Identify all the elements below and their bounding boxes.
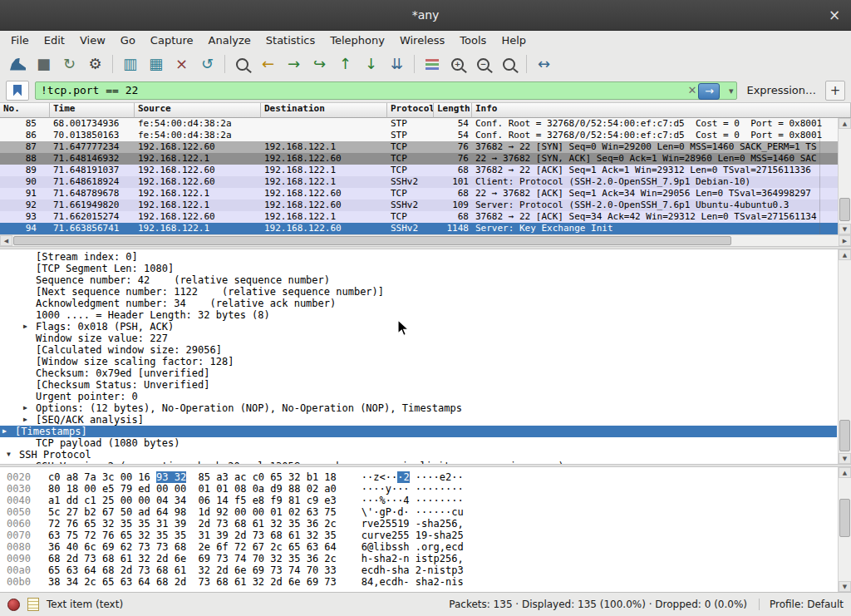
detail-line[interactable]: [Next sequence number: 1122 (relative se… <box>0 286 851 298</box>
reload-file-button[interactable]: ↺ <box>194 52 220 76</box>
menu-file[interactable]: File <box>3 32 37 48</box>
menu-tools[interactable]: Tools <box>452 32 494 48</box>
packet-row[interactable]: 8568.001734936fe:54:00:d4:38:2aSTP54Conf… <box>0 118 851 130</box>
detail-line[interactable]: Sequence number: 42 (relative sequence n… <box>0 274 851 286</box>
hex-row[interactable]: 00b038 34 2c 65 63 64 68 2d 73 68 61 32 … <box>0 576 851 588</box>
go-to-packet-button[interactable]: ↪ <box>307 52 332 76</box>
column-header-no[interactable]: No. <box>0 103 50 118</box>
display-filter-input[interactable] <box>39 82 676 99</box>
detail-line[interactable]: Checksum: 0x79ed [unverified] <box>0 367 851 379</box>
hex-scrollbar[interactable]: ▲ ▼ <box>838 467 851 592</box>
auto-scroll-button[interactable]: ⇊ <box>384 52 410 76</box>
clear-filter-icon[interactable]: ✕ <box>688 84 697 96</box>
hex-row[interactable]: 008036 40 6c 69 62 73 73 68 2e 6f 72 67 … <box>0 541 851 553</box>
detail-line[interactable]: Window size value: 227 <box>0 333 851 344</box>
column-header-length[interactable]: Length <box>434 103 472 118</box>
menu-capture[interactable]: Capture <box>143 32 201 48</box>
scroll-left-icon[interactable]: ◀ <box>0 235 12 246</box>
menu-help[interactable]: Help <box>494 32 534 48</box>
resize-columns-button[interactable]: ↔ <box>531 52 557 76</box>
packet-row[interactable]: 9271.661949820192.168.122.1192.168.122.6… <box>0 200 851 211</box>
hex-row[interactable]: 00505c 27 b2 67 50 ad 64 98 1d 92 00 00 … <box>0 506 851 518</box>
find-packet-button[interactable] <box>229 52 255 76</box>
close-file-button[interactable]: × <box>169 52 194 76</box>
hex-row[interactable]: 006072 76 65 32 35 35 31 39 2d 73 68 61 … <box>0 518 851 530</box>
scroll-right-icon[interactable]: ▶ <box>839 235 851 246</box>
menu-telephony[interactable]: Telephony <box>322 32 392 48</box>
open-file-button[interactable]: ▥ <box>117 52 143 76</box>
packet-row[interactable]: 9371.662015274192.168.122.60192.168.122.… <box>0 211 851 223</box>
detail-line[interactable]: [Window size scaling factor: 128] <box>0 356 851 367</box>
go-forward-button[interactable]: → <box>281 52 307 76</box>
detail-line[interactable]: ▶Options: (12 bytes), No-Operation (NOP)… <box>0 402 851 414</box>
hex-row[interactable]: 003080 18 00 e5 79 ed 00 00 01 01 08 0a … <box>0 483 851 495</box>
detail-line[interactable]: Acknowledgment number: 34 (relative ack … <box>0 298 851 309</box>
detail-line[interactable]: ▶[Timestamps] <box>0 426 837 437</box>
detail-line[interactable]: ▼SSH Protocol <box>0 449 851 461</box>
packet-row[interactable]: 8670.013850163fe:54:00:d4:38:2aSTP54Conf… <box>0 130 851 141</box>
colorize-packets-button[interactable] <box>419 52 445 76</box>
column-header-source[interactable]: Source <box>135 103 261 118</box>
menu-view[interactable]: View <box>72 32 113 48</box>
details-scrollbar[interactable]: ▲ ▼ <box>838 249 851 464</box>
hex-row[interactable]: 0020c0 a8 7a 3c 00 16 93 32 85 a3 ac c0 … <box>0 471 851 483</box>
capture-stop-button[interactable]: ■ <box>31 52 57 76</box>
detail-line[interactable]: TCP payload (1080 bytes) <box>0 437 851 449</box>
go-back-button[interactable]: ← <box>255 52 281 76</box>
expander-icon[interactable]: ▶ <box>23 321 36 333</box>
expander-icon[interactable]: ▶ <box>23 402 36 414</box>
packet-row[interactable]: 9171.648789678192.168.122.1192.168.122.6… <box>0 188 851 200</box>
scroll-up-icon[interactable]: ▲ <box>839 118 851 129</box>
column-header-time[interactable]: Time <box>50 103 135 118</box>
filter-bookmark-button[interactable] <box>6 81 29 101</box>
packet-row[interactable]: 9471.663856741192.168.122.1192.168.122.6… <box>0 223 851 234</box>
scroll-up-icon[interactable]: ▲ <box>839 249 851 260</box>
hex-row[interactable]: 0040a1 dd c1 25 00 00 04 34 06 14 f5 e8 … <box>0 495 851 506</box>
hex-row[interactable]: 007063 75 72 76 65 32 35 35 31 39 2d 73 … <box>0 530 851 541</box>
detail-line[interactable]: ▶Flags: 0x018 (PSH, ACK) <box>0 321 851 333</box>
filter-dropdown-icon[interactable]: ▾ <box>729 86 734 96</box>
packet-row[interactable]: 8971.648191037192.168.122.60192.168.122.… <box>0 165 851 176</box>
scroll-down-icon[interactable]: ▼ <box>839 581 851 592</box>
capture-start-button[interactable] <box>5 52 31 76</box>
scroll-down-icon[interactable]: ▼ <box>839 224 851 234</box>
close-window-icon[interactable]: × <box>826 7 843 23</box>
profile-button[interactable]: Profile: Default <box>759 599 844 610</box>
packet-row[interactable]: 8871.648146932192.168.122.1192.168.122.6… <box>0 153 851 165</box>
zoom-in-button[interactable]: + <box>445 52 470 76</box>
column-header-protocol[interactable]: Protocol <box>387 103 434 118</box>
scroll-thumb[interactable] <box>839 198 850 221</box>
expander-icon[interactable]: ▶ <box>2 426 15 437</box>
menu-statistics[interactable]: Statistics <box>258 32 322 48</box>
capture-restart-button[interactable]: ↻ <box>57 52 82 76</box>
packet-list-hscrollbar[interactable]: ◀ ▶ <box>0 234 851 246</box>
scroll-thumb[interactable] <box>839 499 850 537</box>
scroll-up-icon[interactable]: ▲ <box>839 467 851 478</box>
detail-line[interactable]: Urgent pointer: 0 <box>0 391 851 402</box>
detail-line[interactable]: [Checksum Status: Unverified] <box>0 379 851 391</box>
expert-info-icon[interactable] <box>7 599 20 611</box>
detail-line[interactable]: 1000 .... = Header Length: 32 bytes (8) <box>0 309 851 321</box>
add-filter-button[interactable]: + <box>825 81 845 101</box>
menu-analyze[interactable]: Analyze <box>201 32 258 48</box>
expression-button[interactable]: Expression… <box>743 84 819 96</box>
expander-icon[interactable]: ▼ <box>7 449 19 461</box>
packet-row[interactable]: 8771.647777234192.168.122.60192.168.122.… <box>0 141 851 153</box>
packet-row[interactable]: 9071.648618924192.168.122.60192.168.122.… <box>0 176 851 188</box>
detail-line[interactable]: ▶[SEQ/ACK analysis] <box>0 414 851 426</box>
column-header-destination[interactable]: Destination <box>261 103 387 118</box>
expander-icon[interactable]: ▶ <box>23 414 36 426</box>
capture-options-button[interactable]: ⚙ <box>82 52 108 76</box>
hex-row[interactable]: 009068 2d 73 68 61 32 2d 6e 69 73 74 70 … <box>0 553 851 564</box>
title-bar[interactable]: *any × <box>0 0 851 31</box>
go-first-packet-button[interactable]: ↑ <box>332 52 358 76</box>
save-file-button[interactable]: ▦ <box>143 52 169 76</box>
detail-line[interactable]: [Stream index: 0] <box>0 251 851 263</box>
menu-go[interactable]: Go <box>113 32 143 48</box>
column-header-info[interactable]: Info <box>472 103 851 118</box>
menu-edit[interactable]: Edit <box>37 32 72 48</box>
capture-comment-icon[interactable] <box>27 598 39 611</box>
scroll-thumb[interactable] <box>839 420 850 451</box>
hscroll-thumb[interactable] <box>13 236 731 245</box>
packet-list-scrollbar[interactable]: ▲ ▼ <box>838 118 851 234</box>
